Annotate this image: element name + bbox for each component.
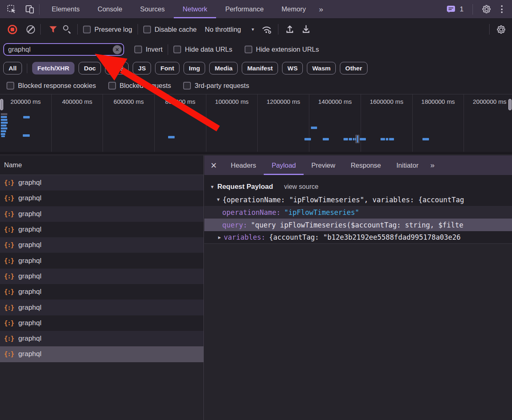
table-row-graphql[interactable]: {:}graphql xyxy=(0,269,203,284)
search-icon[interactable] xyxy=(62,24,72,34)
table-row-graphql[interactable]: {:}graphql xyxy=(0,284,203,300)
preserve-log-checkbox-box[interactable] xyxy=(83,26,91,33)
disable-cache-checkbox-box[interactable] xyxy=(143,26,151,33)
payload-root-row[interactable]: ▼ {operationName: "ipFlowTimeseries", va… xyxy=(204,193,512,206)
filter-input[interactable] xyxy=(3,43,124,56)
hide-extension-urls-label: Hide extension URLs xyxy=(256,46,319,53)
kebab-menu-icon[interactable] xyxy=(497,3,507,15)
table-row-graphql[interactable]: {:}graphql xyxy=(0,190,203,206)
detail-tab-initiator[interactable]: Initiator xyxy=(389,155,426,175)
triangle-down-icon: ▼ xyxy=(210,184,214,189)
triangle-right-icon[interactable]: ▶ xyxy=(218,235,221,240)
table-row-graphql[interactable]: {:}graphql xyxy=(0,315,203,331)
detail-tab-payload[interactable]: Payload xyxy=(264,155,304,175)
payload-variables-row[interactable]: ▶ variables: {accountTag: "b12e3b2192ee5… xyxy=(204,231,512,244)
blocked-cookies-checkbox-box[interactable] xyxy=(7,82,14,90)
blocked-requests-label: Blocked requests xyxy=(120,82,171,90)
settings-gear-icon[interactable] xyxy=(480,3,492,15)
tab-elements[interactable]: Elements xyxy=(43,0,89,18)
table-row-graphql[interactable]: {:}graphql xyxy=(0,300,203,315)
chip-other[interactable]: Other xyxy=(340,62,367,74)
chip-font[interactable]: Font xyxy=(155,62,179,74)
chip-manifest[interactable]: Manifest xyxy=(242,62,278,74)
detail-tab-preview[interactable]: Preview xyxy=(304,155,343,175)
device-toolbar-icon[interactable] xyxy=(24,3,36,15)
name-column-header[interactable]: Name xyxy=(0,155,203,175)
timeline-request-bar xyxy=(1,133,5,135)
timeline-bars xyxy=(0,94,512,155)
overview-right-gripper[interactable] xyxy=(508,99,512,110)
request-name: graphql xyxy=(18,272,42,280)
hide-data-urls-checkbox-box[interactable] xyxy=(173,46,181,53)
timeline-request-bar xyxy=(1,116,7,118)
blocked-requests-checkbox-box[interactable] xyxy=(108,82,116,90)
chip-wasm[interactable]: Wasm xyxy=(307,62,336,74)
table-row-graphql[interactable]: {:}graphql xyxy=(0,346,203,362)
hide-extension-urls-checkbox-box[interactable] xyxy=(245,46,252,53)
chip-doc[interactable]: Doc xyxy=(79,62,101,74)
table-row-graphql[interactable]: {:}graphql xyxy=(0,206,203,222)
tabbar-right-icons: 1 xyxy=(445,0,512,18)
network-overview-timeline[interactable]: 200000 ms400000 ms600000 ms800000 ms1000… xyxy=(0,94,512,155)
issues-message-icon[interactable] xyxy=(445,3,457,15)
third-party-checkbox[interactable]: 3rd-party requests xyxy=(183,82,249,90)
tab-network[interactable]: Network xyxy=(174,0,217,18)
chip-img[interactable]: Img xyxy=(184,62,206,74)
request-payload-section-header[interactable]: ▼ Request Payload view source xyxy=(204,180,512,193)
payload-root-preview: {operationName: "ipFlowTimeseries", vari… xyxy=(223,196,464,204)
blocked-requests-checkbox[interactable]: Blocked requests xyxy=(108,82,171,90)
view-source-link[interactable]: view source xyxy=(284,183,318,190)
overview-left-gripper[interactable] xyxy=(0,99,3,110)
network-conditions-icon[interactable] xyxy=(260,23,273,35)
payload-operation-row[interactable]: operationName: "ipFlowTimeseries" xyxy=(204,206,512,219)
timeline-request-bar xyxy=(1,127,7,129)
tab-console[interactable]: Console xyxy=(89,0,131,18)
clear-filter-icon[interactable]: × xyxy=(113,45,122,54)
detail-tab-response[interactable]: Response xyxy=(343,155,389,175)
hide-extension-urls-checkbox[interactable]: Hide extension URLs xyxy=(245,46,319,53)
table-row-graphql[interactable]: {:}graphql xyxy=(0,253,203,268)
record-network-log-icon[interactable] xyxy=(8,25,17,34)
filter-funnel-icon[interactable] xyxy=(47,23,59,35)
timeline-request-bar xyxy=(1,125,7,127)
disable-cache-checkbox[interactable]: Disable cache xyxy=(143,26,197,33)
toolbar-divider-5 xyxy=(489,24,490,35)
invert-checkbox-box[interactable] xyxy=(134,46,142,53)
clear-network-log-icon[interactable] xyxy=(26,25,35,34)
detail-tab-headers[interactable]: Headers xyxy=(223,155,264,175)
third-party-checkbox-box[interactable] xyxy=(183,82,191,90)
invert-checkbox[interactable]: Invert xyxy=(134,46,162,53)
toolbar-divider-1 xyxy=(40,24,41,35)
preserve-log-checkbox[interactable]: Preserve log xyxy=(83,26,132,33)
timeline-request-bar xyxy=(353,138,354,140)
table-row-graphql[interactable]: {:}graphql xyxy=(0,331,203,346)
chip-js[interactable]: JS xyxy=(133,62,151,74)
tab-memory[interactable]: Memory xyxy=(273,0,315,18)
chip-all[interactable]: All xyxy=(3,62,22,74)
chip-fetch-xhr[interactable]: Fetch/XHR xyxy=(32,62,74,74)
throttling-dropdown[interactable]: No throttling ▾ xyxy=(205,26,254,33)
tab-performance[interactable]: Performance xyxy=(216,0,272,18)
chip-ws[interactable]: WS xyxy=(282,62,303,74)
network-settings-gear-icon[interactable] xyxy=(495,23,507,35)
table-row-graphql[interactable]: {:}graphql xyxy=(0,222,203,237)
triangle-down-icon[interactable]: ▼ xyxy=(217,197,220,202)
table-row-graphql[interactable]: {:}graphql xyxy=(0,175,203,190)
chip-css[interactable]: CSS xyxy=(105,62,129,74)
table-row-graphql[interactable]: {:}graphql xyxy=(0,237,203,253)
detail-more-tabs-icon[interactable]: » xyxy=(426,155,438,175)
close-icon[interactable]: × xyxy=(204,155,223,175)
export-har-icon[interactable] xyxy=(300,23,312,35)
blocked-cookies-checkbox[interactable]: Blocked response cookies xyxy=(7,82,96,90)
tab-sources[interactable]: Sources xyxy=(131,0,174,18)
import-har-icon[interactable] xyxy=(284,23,296,35)
detail-tabs: HeadersPayloadPreviewResponseInitiator xyxy=(223,155,426,175)
payload-query-row[interactable]: query: "query ipFlowTimeseries($accountT… xyxy=(204,219,512,231)
more-panels-icon[interactable]: » xyxy=(315,0,326,18)
timeline-request-bar xyxy=(344,138,348,140)
inspect-element-icon[interactable] xyxy=(6,3,18,15)
issues-count: 1 xyxy=(460,5,464,13)
chip-media[interactable]: Media xyxy=(209,62,238,74)
request-name: graphql xyxy=(18,194,42,202)
hide-data-urls-checkbox[interactable]: Hide data URLs xyxy=(173,46,232,53)
